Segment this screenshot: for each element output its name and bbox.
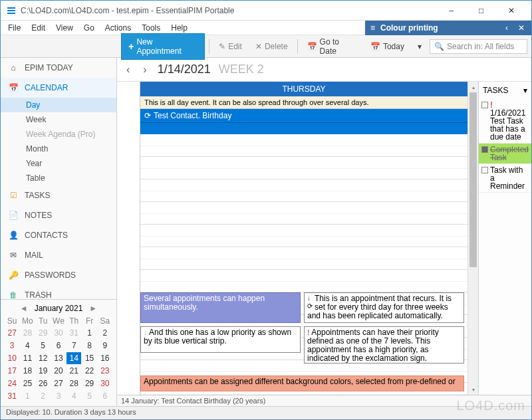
nav-calendar[interactable]: 📅CALENDAR [1, 78, 116, 98]
minical-day[interactable]: 14 [66, 352, 81, 364]
next-day-button[interactable]: › [140, 64, 149, 76]
minical-day[interactable]: 30 [98, 377, 112, 389]
checkbox[interactable] [481, 167, 488, 173]
hour-row[interactable] [140, 247, 467, 270]
nav-notes[interactable]: 📄NOTES [1, 205, 116, 225]
minical-day[interactable]: 18 [20, 365, 35, 377]
close-button[interactable]: ✕ [496, 1, 526, 20]
minical-day[interactable]: 31 [66, 327, 81, 339]
maximize-button[interactable]: □ [466, 1, 496, 20]
nav-calendar-month[interactable]: Month [1, 142, 116, 156]
checkbox[interactable] [481, 146, 488, 153]
menu-file[interactable]: File [3, 22, 25, 34]
new-appointment-button[interactable]: + New Appointment [121, 33, 205, 60]
minical-day[interactable]: 27 [5, 327, 19, 339]
menu-tools[interactable]: Tools [137, 22, 165, 34]
banner-close-icon[interactable]: ✕ [517, 23, 526, 33]
tasks-header[interactable]: TASKS ▾ [479, 82, 531, 99]
nav-calendar-table[interactable]: Table [1, 171, 116, 185]
hour-row[interactable] [140, 157, 467, 179]
minical-day[interactable]: 13 [51, 352, 66, 364]
minical-day[interactable]: 4 [20, 340, 35, 352]
minical-day[interactable]: 10 [5, 352, 19, 364]
vertical-scrollbar[interactable]: ▴ ▾ [467, 82, 478, 395]
minical-day[interactable]: 28 [20, 327, 35, 339]
hour-row[interactable] [140, 134, 467, 157]
minical-day[interactable]: 6 [98, 390, 112, 402]
appointment[interactable]: Appointments can have their priority def… [304, 326, 464, 364]
minical-day[interactable]: 26 [36, 377, 51, 389]
minical-day[interactable]: 5 [82, 390, 96, 402]
minical-day[interactable]: 1 [82, 327, 96, 339]
scroll-down-button[interactable]: ▾ [468, 384, 478, 395]
minical-next-button[interactable]: ► [86, 304, 100, 313]
minical-day[interactable]: 17 [5, 365, 19, 377]
minical-day[interactable]: 1 [20, 390, 35, 402]
minical-day[interactable]: 22 [82, 365, 96, 377]
minical-day[interactable]: 27 [51, 377, 66, 389]
menu-actions[interactable]: Actions [100, 22, 136, 34]
appointment[interactable]: And this one has a low priority as shown… [140, 326, 301, 353]
checkbox[interactable] [481, 102, 488, 108]
minical-day[interactable]: 3 [51, 390, 66, 402]
allday-event-2[interactable]: ⟳ Test Contact. Birthday [140, 109, 467, 123]
hour-row[interactable] [140, 270, 467, 292]
task-item[interactable]: ! 1/16/2021 Test Task that has a due dat… [479, 99, 531, 144]
prev-day-button[interactable]: ‹ [124, 64, 132, 76]
nav-epim-today[interactable]: ⌂EPIM TODAY [1, 58, 116, 78]
edit-button[interactable]: ✎ Edit [213, 39, 247, 54]
minical-day[interactable]: 20 [51, 365, 66, 377]
minical-day[interactable]: 15 [82, 352, 96, 364]
minical-day[interactable]: 2 [98, 327, 112, 339]
goto-date-button[interactable]: 📅 Go to Date [302, 35, 362, 58]
scroll-up-button[interactable]: ▴ [468, 82, 478, 92]
nav-calendar-week[interactable]: Week [1, 112, 116, 127]
minical-day[interactable]: 11 [20, 352, 35, 364]
menu-help[interactable]: Help [166, 22, 192, 34]
hour-row[interactable] [140, 225, 467, 247]
nav-passwords[interactable]: 🔑PASSWORDS [1, 265, 116, 285]
minimize-button[interactable]: – [436, 1, 466, 20]
appointment[interactable]: Appointments can be assigned different b… [140, 375, 464, 391]
minical-day[interactable]: 21 [66, 365, 81, 377]
minical-day[interactable]: 28 [66, 377, 81, 389]
minical-day[interactable]: 16 [98, 352, 112, 364]
minical-day[interactable]: 8 [82, 340, 96, 352]
allday-event-1[interactable]: This is all day event. It can be also sp… [140, 96, 467, 109]
minical-month-label[interactable]: January 2021 [35, 304, 83, 313]
minical-day[interactable]: 4 [66, 390, 81, 402]
nav-calendar-day[interactable]: Day [1, 98, 116, 112]
hour-row[interactable] [140, 202, 467, 225]
minical-day[interactable]: 12 [36, 352, 51, 364]
minical-prev-button[interactable]: ◄ [17, 304, 31, 313]
nav-trash[interactable]: 🗑TRASH [1, 285, 116, 299]
minical-day[interactable]: 7 [66, 340, 81, 352]
nav-tasks[interactable]: ☑TASKS [1, 185, 116, 205]
task-item[interactable]: Task with a Reminder [479, 164, 531, 193]
minical-day[interactable]: 9 [98, 340, 112, 352]
nav-contacts[interactable]: 👤CONTACTS [1, 225, 116, 245]
task-item[interactable]: Completed Task [479, 144, 531, 164]
search-input[interactable]: 🔍 Search in: All fields [430, 39, 527, 54]
minical-day[interactable]: 29 [82, 377, 96, 389]
minical-day[interactable]: 19 [36, 365, 51, 377]
banner-prev-icon[interactable]: ‹ [502, 23, 511, 33]
minical-day[interactable]: 6 [51, 340, 66, 352]
minical-day[interactable]: 2 [36, 390, 51, 402]
scroll-thumb[interactable] [469, 92, 477, 267]
minical-day[interactable]: 23 [98, 365, 112, 377]
delete-button[interactable]: ✕ Delete [250, 39, 293, 54]
minical-day[interactable]: 30 [51, 327, 66, 339]
minical-day[interactable]: 29 [36, 327, 51, 339]
minical-day[interactable]: 24 [5, 377, 19, 389]
nav-mail[interactable]: ✉MAIL [1, 245, 116, 265]
appointment[interactable]: Several appointments can happen simultan… [140, 292, 301, 323]
minical-day[interactable]: 25 [20, 377, 35, 389]
minical-day[interactable]: 31 [5, 390, 19, 402]
filter-button[interactable]: ▾ [412, 39, 427, 54]
time-grid[interactable]: Several appointments can happen simultan… [140, 123, 467, 395]
menu-edit[interactable]: Edit [27, 22, 50, 34]
menu-go[interactable]: Go [79, 22, 99, 34]
menu-view[interactable]: View [51, 22, 78, 34]
minical-day[interactable]: 3 [5, 340, 19, 352]
